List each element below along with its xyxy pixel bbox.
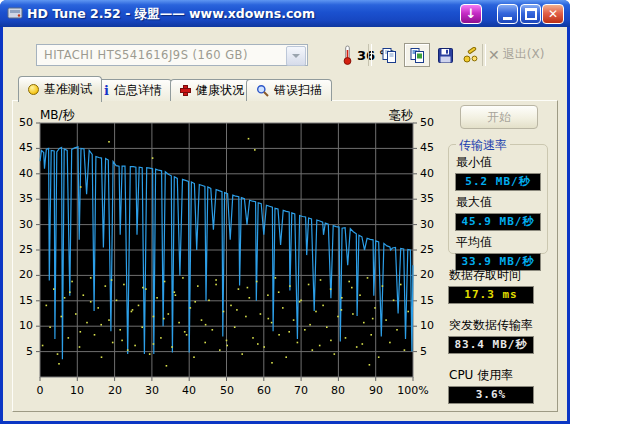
y-axis-right-tick: 45	[420, 141, 446, 154]
download-button[interactable]: ↓	[460, 4, 482, 24]
copy-text-button[interactable]	[376, 43, 402, 67]
options-button[interactable]	[458, 43, 484, 67]
y-axis-right-tick: 25	[420, 243, 446, 256]
tab-health-label: 健康状况	[196, 82, 244, 99]
magnifier-icon	[256, 84, 269, 97]
start-button-label: 开始	[487, 110, 511, 124]
exit-button[interactable]: ✕ 退出(X)	[488, 46, 544, 63]
toolbar-separator	[368, 44, 372, 66]
y-axis-right-tick: 5	[420, 345, 446, 358]
extra-stats: 数据存取时间 17.3 ms 突发数据传输率 83.4 MB/秒 CPU 使用率…	[448, 264, 550, 417]
app-icon	[7, 5, 23, 21]
cpu-usage-label: CPU 使用率	[449, 367, 550, 384]
y-axis-left-tick: 30	[12, 218, 33, 231]
drive-select-dropdown-button[interactable]	[286, 46, 306, 66]
y-axis-right-tick: 50	[420, 116, 446, 129]
tab-info-label: 信息详情	[114, 82, 162, 99]
x-axis-tick: 60	[246, 384, 282, 397]
y-axis-right-tick: 20	[420, 268, 446, 281]
maximize-button[interactable]	[520, 4, 541, 24]
y-axis-right-tick: 35	[420, 192, 446, 205]
access-time-value: 17.3 ms	[448, 286, 534, 304]
tab-health[interactable]: 健康状况	[170, 79, 254, 101]
minimize-button[interactable]	[497, 4, 518, 24]
title-bar: HD Tune 2.52 - 绿盟—— www.xdowns.com ↓ ✕	[0, 0, 570, 27]
copy-screenshot-button[interactable]	[404, 43, 430, 67]
copy-icon	[381, 47, 398, 64]
cpu-usage-value: 3.6%	[448, 386, 534, 404]
transfer-rate-group-title: 传输速率	[456, 137, 510, 154]
y-axis-right-title: 毫秒	[351, 107, 413, 124]
y-axis-left-tick: 45	[12, 141, 33, 154]
y-axis-left-tick: 15	[12, 294, 33, 307]
tab-benchmark-label: 基准测试	[44, 81, 92, 98]
window-title: HD Tune 2.52 - 绿盟—— www.xdowns.com	[27, 0, 315, 27]
min-label: 最小值	[456, 154, 547, 171]
drive-select[interactable]: HITACHI HTS541616J9S (160 GB)	[36, 44, 308, 66]
tab-benchmark[interactable]: 基准测试	[18, 76, 102, 102]
y-axis-right-tick: 40	[420, 167, 446, 180]
max-label: 最大值	[456, 194, 547, 211]
tab-error-scan-label: 错误扫描	[274, 82, 322, 99]
maximize-icon	[525, 8, 537, 20]
temperature-value: 36	[357, 48, 375, 63]
toolbar-separator	[482, 44, 486, 66]
min-value: 5.2 MB/秒	[455, 173, 541, 191]
tab-info[interactable]: i 信息详情	[94, 79, 172, 101]
health-cross-icon	[180, 85, 191, 96]
drive-select-value: HITACHI HTS541616J9S (160 GB)	[44, 48, 248, 62]
info-icon: i	[104, 86, 109, 96]
chart: 5510101515202025253030353540404545505001…	[12, 108, 458, 396]
thermometer-icon	[342, 45, 353, 65]
y-axis-left-tick: 20	[12, 268, 33, 281]
x-axis-tick: 100%	[395, 384, 431, 397]
tab-error-scan[interactable]: 错误扫描	[246, 79, 332, 101]
start-button[interactable]: 开始	[460, 105, 538, 129]
x-axis-tick: 0	[22, 384, 58, 397]
y-axis-right-tick: 10	[420, 319, 446, 332]
y-axis-left-tick: 5	[12, 345, 33, 358]
x-axis-tick: 50	[209, 384, 245, 397]
benchmark-plot	[12, 108, 458, 396]
minimize-icon	[503, 13, 512, 20]
close-button[interactable]: ✕	[542, 4, 564, 24]
burst-rate-label: 突发数据传输率	[449, 317, 550, 334]
exit-label: 退出(X)	[503, 46, 545, 63]
chevron-down-icon	[292, 54, 300, 62]
y-axis-left-title: MB/秒	[40, 107, 75, 124]
save-icon	[437, 47, 454, 64]
max-value: 45.9 MB/秒	[455, 213, 541, 231]
y-axis-left-tick: 50	[12, 116, 33, 129]
y-axis-left-tick: 10	[12, 319, 33, 332]
x-axis-tick: 80	[320, 384, 356, 397]
app-window: HD Tune 2.52 - 绿盟—— www.xdowns.com ↓ ✕ H…	[0, 0, 570, 424]
avg-label: 平均值	[456, 234, 547, 251]
x-axis-tick: 30	[134, 384, 170, 397]
benchmark-bulb-icon	[28, 84, 39, 95]
options-icon	[462, 47, 480, 64]
download-icon: ↓	[466, 6, 477, 21]
x-axis-tick: 20	[97, 384, 133, 397]
burst-rate-value: 83.4 MB/秒	[448, 336, 534, 354]
x-axis-tick: 70	[283, 384, 319, 397]
x-axis-tick: 90	[358, 384, 394, 397]
y-axis-left-tick: 25	[12, 243, 33, 256]
y-axis-left-tick: 35	[12, 192, 33, 205]
x-axis-tick: 10	[59, 384, 95, 397]
y-axis-right-tick: 30	[420, 218, 446, 231]
y-axis-right-tick: 15	[420, 294, 446, 307]
copy-image-icon	[409, 47, 426, 64]
access-time-label: 数据存取时间	[449, 267, 550, 284]
x-axis-tick: 40	[171, 384, 207, 397]
y-axis-left-tick: 40	[12, 167, 33, 180]
close-icon: ✕	[548, 7, 558, 21]
transfer-rate-group: 传输速率 最小值 5.2 MB/秒 最大值 45.9 MB/秒 平均值 33.9…	[448, 144, 548, 254]
exit-x-icon: ✕	[488, 47, 500, 63]
save-screenshot-button[interactable]	[432, 43, 458, 67]
